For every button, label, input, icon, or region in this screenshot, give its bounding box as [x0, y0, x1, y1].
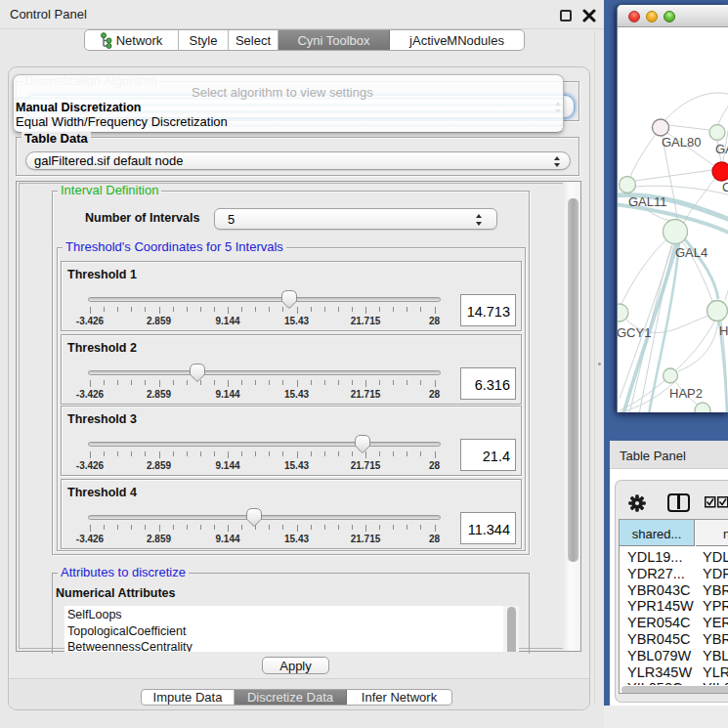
svg-text:GA: GA — [715, 142, 728, 156]
svg-text:GAL11: GAL11 — [628, 194, 667, 209]
svg-text:HAP2: HAP2 — [669, 386, 703, 401]
svg-text:GAL80: GAL80 — [662, 135, 701, 150]
svg-text:C: C — [722, 180, 728, 194]
svg-text:GCY1: GCY1 — [618, 325, 651, 340]
svg-text:GAL4: GAL4 — [675, 245, 707, 260]
svg-text:H: H — [719, 323, 728, 338]
